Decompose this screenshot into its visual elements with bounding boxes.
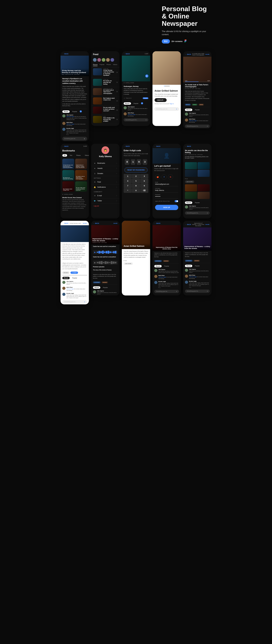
havana-share[interactable]: SHARE xyxy=(113,223,118,224)
talia-search[interactable]: Something goes he... ➤ xyxy=(185,124,210,128)
tab-popular[interactable]: Popular xyxy=(71,110,78,113)
play-icon-1[interactable]: ▶ xyxy=(94,251,96,253)
nw-tab-recent[interactable]: Recent xyxy=(185,202,192,204)
numpad-3[interactable]: 3 xyxy=(140,174,148,178)
signin-link[interactable]: Sign in xyxy=(170,103,174,104)
nl-share-btn[interactable]: ↗ Share xyxy=(70,272,78,274)
fh-tab-popular[interactable]: Popular xyxy=(193,265,201,267)
feed-tab-photos[interactable]: Photos xyxy=(106,64,111,66)
numpad-8[interactable]: 8 xyxy=(132,184,140,188)
menu-bookmarks[interactable]: ★ Bookmarks › xyxy=(91,161,120,166)
share-btn[interactable]: SHARE xyxy=(143,97,148,99)
fh-share[interactable]: SHARE xyxy=(205,224,210,225)
apple-login-btn[interactable]: 🍎 xyxy=(155,174,160,180)
nl-share[interactable]: SHARE xyxy=(83,223,87,224)
menu-twitter[interactable]: 🐦 Twitter › xyxy=(91,198,120,204)
bookmark-2[interactable]: Impressions of Havana - A Story From The… xyxy=(75,159,87,169)
imp-tab-popular[interactable]: Popular xyxy=(163,265,170,268)
nl-search[interactable]: Something goes he... ➤ xyxy=(62,300,87,304)
play-button[interactable]: ▶ xyxy=(145,74,148,78)
nl-tab-recent[interactable]: Recent xyxy=(62,277,70,279)
register-submit-btn[interactable]: SIGN UP xyxy=(155,205,178,210)
terms-toggle[interactable] xyxy=(175,200,178,202)
play-icon-2[interactable]: ▶ xyxy=(94,262,96,264)
bm-tab-videos[interactable]: Videos xyxy=(83,154,89,156)
nw-back[interactable]: ← BACK xyxy=(185,146,191,147)
menu-feed[interactable]: ☰ Feed › xyxy=(91,180,120,185)
numpad-star[interactable]: * xyxy=(124,188,132,193)
otp-back[interactable]: ← BACK xyxy=(124,146,130,147)
feed-item-1[interactable]: 5 days ago 10-day Norway road trip itine… xyxy=(91,67,120,78)
havana-tags: LISTENING HAVANA xyxy=(91,280,120,284)
talia-tab-recent[interactable]: Recent xyxy=(185,108,192,111)
nl-bookmark-btn[interactable]: ⊞ Save xyxy=(62,272,70,274)
loc-tab-popular[interactable]: Popular xyxy=(132,102,140,105)
feed-item-6[interactable]: 2015 How reliable is the Porsche 911 GT2… xyxy=(91,115,120,124)
nl-back[interactable]: ← BACK xyxy=(62,222,68,224)
bookmark-1[interactable]: 10-day Norway road trip itinerary in stu… xyxy=(62,159,74,169)
otp-reset-btn[interactable]: RESET MY PASSWORD xyxy=(124,168,148,172)
talia-tab-popular[interactable]: Popular xyxy=(193,108,201,111)
havana-back[interactable]: ← BACK xyxy=(93,222,99,224)
fh-search[interactable]: Something goes he... ➤ xyxy=(185,290,210,293)
numpad-del[interactable]: ⌫ xyxy=(140,188,148,193)
tab-recent[interactable]: Recent xyxy=(62,110,70,113)
havana-tab-recent[interactable]: Recent xyxy=(93,286,100,289)
imp-tab-recent[interactable]: Recent xyxy=(154,265,162,268)
comment-search[interactable]: Something goes he... ➤ xyxy=(62,137,87,141)
back-button[interactable]: ← BACK xyxy=(62,53,68,54)
bm-tab-photos[interactable]: Photos xyxy=(75,154,82,156)
loc-tab-recent[interactable]: Recent xyxy=(124,102,131,105)
google-login-btn[interactable]: G xyxy=(168,174,173,180)
bm-tab-text[interactable]: Text xyxy=(68,154,74,156)
podcast-item[interactable]: The story of the streets of havana xyxy=(91,268,120,272)
numpad-9[interactable]: 9 xyxy=(140,184,148,188)
logout-button[interactable]: Log out xyxy=(91,204,120,208)
menu-awards[interactable]: ★ Awards › xyxy=(91,166,120,171)
bookmark-5[interactable]: My 5 highest rated recipes ever xyxy=(62,181,74,192)
fh-tab-recent[interactable]: Recent xyxy=(185,265,192,267)
email-value[interactable]: toikema@gmail.com xyxy=(155,183,178,185)
imp-back[interactable]: ← BACK xyxy=(154,222,160,224)
salmon-see-more[interactable]: SEE MORE xyxy=(124,262,133,265)
loc-search[interactable]: Something goes he... ➤ xyxy=(124,118,148,122)
nw-see-more[interactable]: SEE MORE xyxy=(185,180,194,183)
reg-back[interactable]: ← BACK xyxy=(154,146,160,147)
feed-item-4[interactable]: My 5 highest rated recipes ever ⊞ xyxy=(91,96,120,106)
bm-tab-all[interactable]: All xyxy=(62,154,67,156)
talia-share[interactable]: SHARE xyxy=(205,54,210,55)
imp-search[interactable]: Something goes he... ➤ xyxy=(154,290,179,293)
nw-search[interactable]: Something goes he... ➤ xyxy=(185,211,210,214)
bookmark-3[interactable]: No words can describe the feeling xyxy=(62,170,74,180)
feed-tab-recent[interactable]: Recent xyxy=(93,64,98,66)
loc-back[interactable]: ← BACK xyxy=(124,53,130,54)
feed-tab-popular[interactable]: Popular xyxy=(100,64,104,66)
facebook-login-btn[interactable]: f xyxy=(162,174,167,180)
nl-tab-popular[interactable]: Popular xyxy=(71,277,78,279)
menu-email[interactable]: ✉ E-mail › xyxy=(91,193,120,198)
feed-item-5[interactable]: Do you really need to warm up before exe… xyxy=(91,106,120,115)
hello-search[interactable]: Something goes he... ➤ xyxy=(154,107,179,111)
menu-donates[interactable]: $ Donates › xyxy=(91,171,120,176)
numpad-0[interactable]: 0 xyxy=(132,188,140,193)
fh-back[interactable]: ← BACK xyxy=(185,224,191,225)
name-value[interactable]: Kelly Sikema xyxy=(155,190,178,191)
numpad-1[interactable]: 1 xyxy=(124,174,132,178)
nw-tab-popular[interactable]: Popular xyxy=(193,202,201,204)
talia-back[interactable]: ← BACK xyxy=(185,54,191,55)
feed-item-2[interactable]: 4 days ago No words can describe the fee… xyxy=(91,78,120,87)
numpad-4[interactable]: 4 xyxy=(124,179,132,183)
bookmarks-back[interactable]: ← BACK xyxy=(62,146,68,147)
numpad-6[interactable]: 6 xyxy=(140,179,148,183)
numpad-7[interactable]: 7 xyxy=(124,184,132,188)
havana-tab-popular[interactable]: Popular xyxy=(101,286,109,289)
numpad-2[interactable]: 2 xyxy=(132,174,140,178)
bookmark-4[interactable]: An Inside Look at Talia Faria's Choreogr… xyxy=(75,170,87,180)
feed-item-3[interactable]: September 04, 2019 An inside look at Tal… xyxy=(91,87,120,96)
numpad-5[interactable]: 5 xyxy=(132,179,140,183)
signup-button[interactable]: SIGN UP › xyxy=(154,98,167,102)
menu-notifications[interactable]: 🔔 Notifications › xyxy=(91,185,120,190)
feed-tab-videos[interactable]: Videos xyxy=(113,64,117,66)
bookmark-6[interactable]: Do you really need to warm up before exe… xyxy=(75,181,87,192)
password-value[interactable]: •••••••••• xyxy=(155,196,178,198)
